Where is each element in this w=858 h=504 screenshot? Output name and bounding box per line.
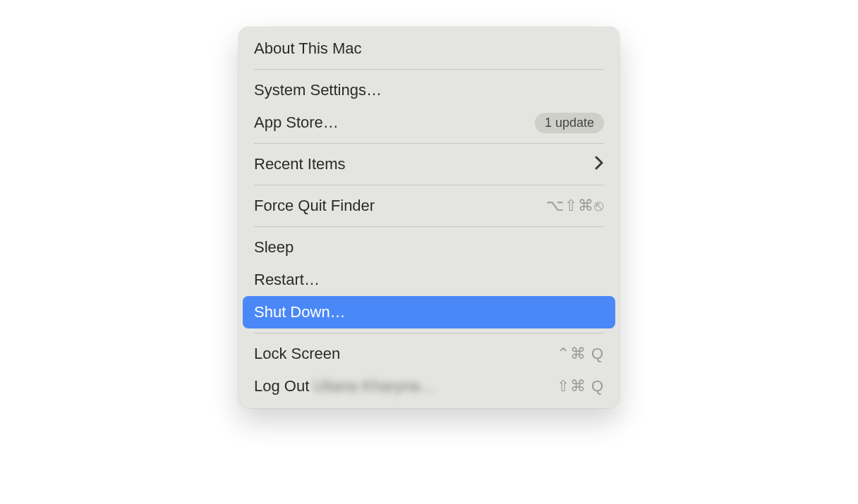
keyboard-shortcut: ⇧⌘ Q — [557, 377, 604, 395]
menu-item-label: Force Quit Finder — [254, 197, 375, 215]
menu-item-label: Restart… — [254, 271, 320, 289]
menu-item-label: Recent Items — [254, 155, 346, 173]
menu-separator — [254, 69, 604, 70]
menu-item-about-this-mac[interactable]: About This Mac — [238, 32, 620, 65]
menu-item-label: About This Mac — [254, 39, 361, 58]
menu-item-app-store[interactable]: App Store… 1 update — [238, 106, 620, 139]
menu-item-label: Lock Screen — [254, 345, 340, 363]
update-badge: 1 update — [535, 113, 604, 133]
menu-item-restart[interactable]: Restart… — [238, 264, 620, 296]
menu-item-label: Sleep — [254, 238, 294, 257]
menu-item-label: Log Out — [254, 377, 309, 395]
menu-item-system-settings[interactable]: System Settings… — [238, 74, 620, 106]
menu-item-force-quit[interactable]: Force Quit Finder ⌥⇧⌘⎋ — [238, 190, 620, 222]
keyboard-shortcut: ⌥⇧⌘⎋ — [546, 197, 604, 215]
apple-menu: About This Mac System Settings… App Stor… — [238, 27, 620, 408]
menu-item-label: App Store… — [254, 113, 339, 132]
menu-separator — [254, 143, 604, 144]
menu-item-recent-items[interactable]: Recent Items — [238, 148, 620, 180]
menu-item-label: Shut Down… — [254, 303, 346, 321]
menu-separator — [254, 226, 604, 227]
menu-item-shut-down[interactable]: Shut Down… — [243, 296, 615, 328]
menu-item-lock-screen[interactable]: Lock Screen ⌃⌘ Q — [238, 338, 620, 370]
keyboard-shortcut: ⌃⌘ Q — [557, 345, 604, 363]
menu-item-sleep[interactable]: Sleep — [238, 231, 620, 264]
user-name: Uliana Kharyna… — [313, 377, 435, 395]
menu-separator — [254, 185, 604, 185]
menu-item-log-out[interactable]: Log Out Uliana Kharyna… ⇧⌘ Q — [238, 370, 620, 402]
menu-separator — [254, 333, 604, 333]
menu-item-label: System Settings… — [254, 81, 382, 99]
chevron-right-icon — [595, 154, 604, 174]
